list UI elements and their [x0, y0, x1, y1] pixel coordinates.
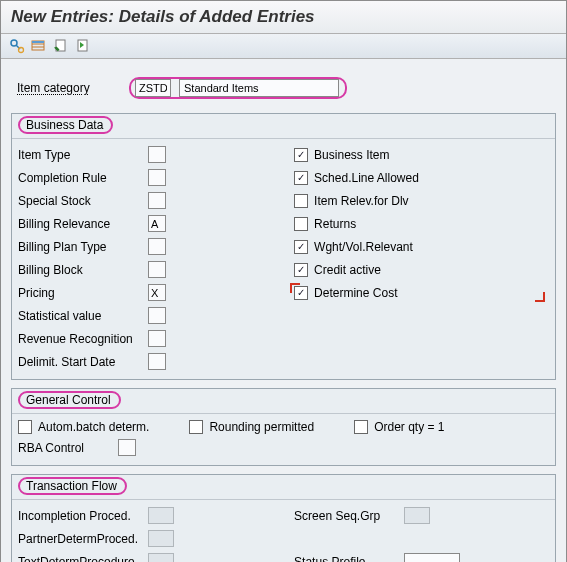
content-area: Item category Business Data Item Type Co… [1, 59, 566, 562]
statistical-value-label: Statistical value [18, 309, 148, 323]
pricing-input[interactable] [148, 284, 166, 301]
item-type-input[interactable] [148, 146, 166, 163]
toolbar [1, 34, 566, 59]
sched-line-checkbox[interactable]: ✓ [294, 171, 308, 185]
rounding-label: Rounding permitted [209, 420, 314, 434]
general-control-header-label: General Control [18, 391, 121, 409]
text-determ-input[interactable] [148, 553, 174, 562]
billing-block-input[interactable] [148, 261, 166, 278]
autom-batch-checkbox[interactable] [18, 420, 32, 434]
business-item-checkbox[interactable]: ✓ [294, 148, 308, 162]
general-control-header: General Control [12, 389, 555, 414]
change-icon[interactable] [9, 38, 25, 54]
partner-determ-input[interactable] [148, 530, 174, 547]
table-view-icon[interactable] [31, 38, 47, 54]
status-profile-label: Status Profile [294, 555, 404, 563]
pricing-label: Pricing [18, 286, 148, 300]
business-data-header: Business Data [12, 114, 555, 139]
new-entry-icon[interactable] [53, 38, 69, 54]
determine-cost-highlight: ✓Determine Cost [294, 281, 549, 304]
rba-control-input[interactable] [118, 439, 136, 456]
transaction-flow-header: Transaction Flow [12, 475, 555, 500]
credit-active-checkbox[interactable]: ✓ [294, 263, 308, 277]
credit-active-label: Credit active [314, 263, 381, 277]
titlebar: New Entries: Details of Added Entries [1, 1, 566, 34]
revenue-recognition-label: Revenue Recognition [18, 332, 148, 346]
delimit-start-date-input[interactable] [148, 353, 166, 370]
item-relev-label: Item Relev.for Dlv [314, 194, 408, 208]
incompletion-proced-label: Incompletion Proced. [18, 509, 148, 523]
revenue-recognition-input[interactable] [148, 330, 166, 347]
business-item-label: Business Item [314, 148, 389, 162]
delimit-start-date-label: Delimit. Start Date [18, 355, 148, 369]
order-qty-checkbox[interactable] [354, 420, 368, 434]
determine-cost-label: Determine Cost [314, 286, 397, 300]
screen-seq-label: Screen Seq.Grp [294, 509, 404, 523]
transaction-flow-header-label: Transaction Flow [18, 477, 127, 495]
sched-line-label: Sched.Line Allowed [314, 171, 419, 185]
statistical-value-input[interactable] [148, 307, 166, 324]
item-type-label: Item Type [18, 148, 148, 162]
transaction-flow-group: Transaction Flow Incompletion Proced. Pa… [11, 474, 556, 562]
general-control-group: General Control Autom.batch determ. Roun… [11, 388, 556, 466]
special-stock-input[interactable] [148, 192, 166, 209]
svg-rect-6 [32, 41, 44, 43]
returns-checkbox[interactable] [294, 217, 308, 231]
billing-relevance-input[interactable] [148, 215, 166, 232]
next-entry-icon[interactable] [75, 38, 91, 54]
billing-plan-type-label: Billing Plan Type [18, 240, 148, 254]
status-profile-input[interactable] [404, 553, 460, 562]
item-relev-checkbox[interactable] [294, 194, 308, 208]
special-stock-label: Special Stock [18, 194, 148, 208]
rounding-checkbox[interactable] [189, 420, 203, 434]
completion-rule-input[interactable] [148, 169, 166, 186]
autom-batch-label: Autom.batch determ. [38, 420, 149, 434]
item-category-highlight [129, 77, 347, 99]
business-data-group: Business Data Item Type Completion Rule … [11, 113, 556, 380]
billing-block-label: Billing Block [18, 263, 148, 277]
billing-plan-type-input[interactable] [148, 238, 166, 255]
returns-label: Returns [314, 217, 356, 231]
screen-seq-input[interactable] [404, 507, 430, 524]
order-qty-label: Order qty = 1 [374, 420, 444, 434]
incompletion-proced-input[interactable] [148, 507, 174, 524]
partner-determ-label: PartnerDetermProced. [18, 532, 148, 546]
svg-point-2 [19, 48, 24, 53]
item-category-desc-input[interactable] [179, 79, 339, 97]
determine-cost-checkbox[interactable]: ✓ [294, 286, 308, 300]
wght-vol-checkbox[interactable]: ✓ [294, 240, 308, 254]
rba-control-label: RBA Control [18, 441, 118, 455]
completion-rule-label: Completion Rule [18, 171, 148, 185]
item-category-row: Item category [13, 77, 554, 99]
sap-window: New Entries: Details of Added Entries It… [0, 0, 567, 562]
business-data-header-label: Business Data [18, 116, 113, 134]
wght-vol-label: Wght/Vol.Relevant [314, 240, 413, 254]
billing-relevance-label: Billing Relevance [18, 217, 148, 231]
item-category-label: Item category [13, 81, 121, 95]
page-title: New Entries: Details of Added Entries [11, 7, 556, 27]
text-determ-label: TextDetermProcedure [18, 555, 148, 563]
item-category-code-input[interactable] [135, 79, 171, 97]
